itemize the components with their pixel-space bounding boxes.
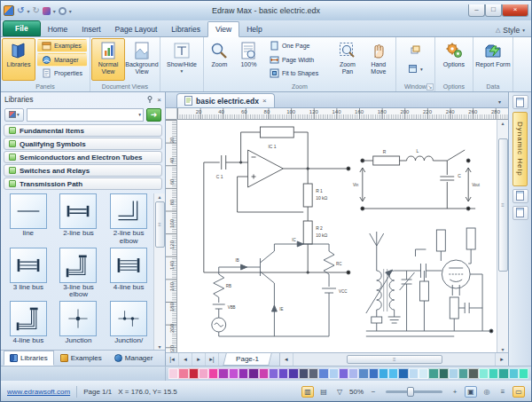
library-category-fundamental-items[interactable]: Fundamental Items: [4, 124, 162, 137]
canvas-horizontal-scrollbar[interactable]: ◂ ≡ ▸: [279, 353, 508, 366]
scroll-left-icon[interactable]: ◂: [280, 353, 293, 366]
palette-swatch[interactable]: [329, 368, 339, 379]
palette-swatch[interactable]: [259, 368, 269, 379]
close-button[interactable]: ×: [502, 4, 528, 17]
palette-swatch[interactable]: [519, 368, 528, 379]
task-pane-button-2[interactable]: [512, 206, 528, 220]
manager-button[interactable]: Manager: [37, 53, 87, 67]
palette-swatch[interactable]: [509, 368, 519, 379]
maximize-button[interactable]: □: [485, 4, 502, 17]
palette-swatch[interactable]: [178, 368, 188, 379]
one-page-button[interactable]: One Page: [265, 39, 331, 52]
fit-to-shapes-button[interactable]: Fit to Shapes: [265, 67, 331, 80]
zoom-area-button[interactable]: ◎: [481, 386, 493, 398]
document-tab[interactable]: basic electric.edx ×: [176, 93, 275, 107]
palette-swatch[interactable]: [278, 368, 288, 379]
palette-swatch[interactable]: [409, 368, 419, 379]
tab-view[interactable]: View: [207, 21, 239, 37]
palette-swatch[interactable]: [348, 368, 358, 379]
last-page-button[interactable]: ▸|: [206, 353, 219, 366]
full-screen-button[interactable]: ▭: [512, 386, 525, 398]
report-form-button[interactable]: Report Form: [474, 38, 512, 81]
page-tab[interactable]: Page-1: [223, 353, 271, 366]
qat-menu-icon[interactable]: ▾: [69, 8, 72, 14]
palette-swatch[interactable]: [168, 368, 178, 379]
presentation-view-button[interactable]: ▽: [333, 386, 346, 398]
scroll-down-icon[interactable]: ▾: [158, 343, 160, 350]
shape-2-line-bus-elbow[interactable]: 2-line bus elbow: [106, 193, 152, 246]
fit-to-window-button[interactable]: ▣: [465, 386, 477, 398]
undo-dropdown-icon[interactable]: ▾: [27, 8, 29, 14]
redo-icon[interactable]: ↻: [32, 6, 39, 15]
shape-4-line-bus-elbow[interactable]: 4-line bus: [5, 301, 51, 345]
palette-swatch[interactable]: [468, 368, 478, 379]
zoom-100-button[interactable]: 100%: [234, 38, 263, 81]
library-category-switches-relays[interactable]: Switches and Relays: [4, 164, 162, 177]
vertical-ruler[interactable]: 20406080100120140160180200220: [166, 120, 177, 352]
new-window-button[interactable]: ▾: [403, 62, 427, 75]
palette-swatch[interactable]: [189, 368, 199, 379]
favorites-dropdown-icon[interactable]: ▾: [53, 8, 56, 14]
palette-swatch[interactable]: [498, 368, 508, 379]
scroll-down-icon[interactable]: ▾: [501, 346, 504, 352]
show-hide-button[interactable]: Show/Hide ▾: [161, 38, 202, 81]
scrollbar-thumb[interactable]: ≡: [155, 201, 165, 248]
panel-close-icon[interactable]: ×: [157, 96, 161, 104]
document-list-dropdown-icon[interactable]: ▾: [491, 99, 508, 107]
scrollbar-thumb[interactable]: ≡: [498, 138, 508, 272]
page-view-mode-button[interactable]: ▤: [317, 386, 330, 398]
tab-file[interactable]: File: [3, 20, 41, 36]
shape-filter-button[interactable]: ▾: [4, 108, 24, 122]
shape-2-line-bus[interactable]: 2-line bus: [56, 193, 102, 246]
library-search-input[interactable]: [29, 111, 138, 119]
zoom-button[interactable]: Zoom: [205, 38, 234, 81]
search-history-dropdown-icon[interactable]: ▾: [138, 112, 141, 117]
dynamic-help-tab[interactable]: Dynamic Help: [512, 112, 528, 186]
panel-tab-manager[interactable]: Manager: [108, 351, 160, 366]
palette-swatch[interactable]: [449, 368, 458, 379]
drawing-page[interactable]: IC 1 C 1 R 1 10 kΩ R 2 10 kΩ: [177, 120, 497, 352]
view-options-button[interactable]: ≡: [497, 386, 509, 398]
tab-insert[interactable]: Insert: [74, 22, 107, 36]
palette-swatch[interactable]: [428, 368, 438, 379]
shape-4-line-bus[interactable]: 4-line bus: [106, 248, 152, 300]
scroll-up-icon[interactable]: ▴: [158, 193, 160, 200]
libraries-panel-button[interactable]: Libraries: [2, 38, 35, 81]
title-bar[interactable]: ↺ ▾ ↻ ▾ ▾ Edraw Max - basic electric.edx…: [1, 1, 531, 20]
print-preview-icon[interactable]: [59, 7, 66, 15]
shape-3-line-bus-elbow[interactable]: 3-line bus elbow: [56, 248, 102, 300]
palette-swatch[interactable]: [239, 368, 248, 379]
dynamic-help-icon-button[interactable]: [512, 95, 528, 109]
search-go-button[interactable]: ➜: [146, 108, 161, 122]
palette-swatch[interactable]: [269, 368, 278, 379]
properties-button[interactable]: Properties: [37, 67, 87, 80]
page-width-button[interactable]: Page Width: [265, 53, 331, 67]
undo-icon[interactable]: ↺: [17, 6, 24, 15]
palette-swatch[interactable]: [439, 368, 449, 379]
palette-swatch[interactable]: [398, 368, 408, 379]
zoom-slider-thumb[interactable]: [407, 387, 414, 397]
palette-swatch[interactable]: [288, 368, 298, 379]
library-scrollbar[interactable]: ▴ ≡ ▾: [153, 193, 165, 350]
palette-swatch[interactable]: [218, 368, 228, 379]
shape-3-line-bus[interactable]: 3 line bus: [5, 248, 51, 300]
minimize-button[interactable]: –: [468, 4, 485, 17]
palette-swatch[interactable]: [208, 368, 218, 379]
tab-page-layout[interactable]: Page Layout: [108, 22, 165, 36]
shape-line[interactable]: line: [5, 193, 51, 246]
normal-view-button[interactable]: Normal View: [91, 38, 125, 81]
normal-view-mode-button[interactable]: ▥: [301, 386, 314, 398]
style-button[interactable]: △ Style ▾: [489, 26, 531, 36]
palette-swatch[interactable]: [489, 368, 498, 379]
scroll-up-icon[interactable]: ▴: [501, 120, 504, 126]
palette-swatch[interactable]: [379, 368, 388, 379]
library-category-qualifying-symbols[interactable]: Qualifying Symbols: [4, 138, 162, 150]
next-page-button[interactable]: ▸: [192, 353, 206, 366]
pin-icon[interactable]: [146, 96, 153, 103]
first-page-button[interactable]: |◂: [166, 353, 179, 366]
palette-swatch[interactable]: [479, 368, 489, 379]
palette-swatch[interactable]: [458, 368, 468, 379]
background-view-button[interactable]: Background View: [125, 38, 159, 81]
panel-tab-examples[interactable]: Examples: [54, 351, 108, 366]
zoom-out-button[interactable]: −: [367, 386, 379, 398]
